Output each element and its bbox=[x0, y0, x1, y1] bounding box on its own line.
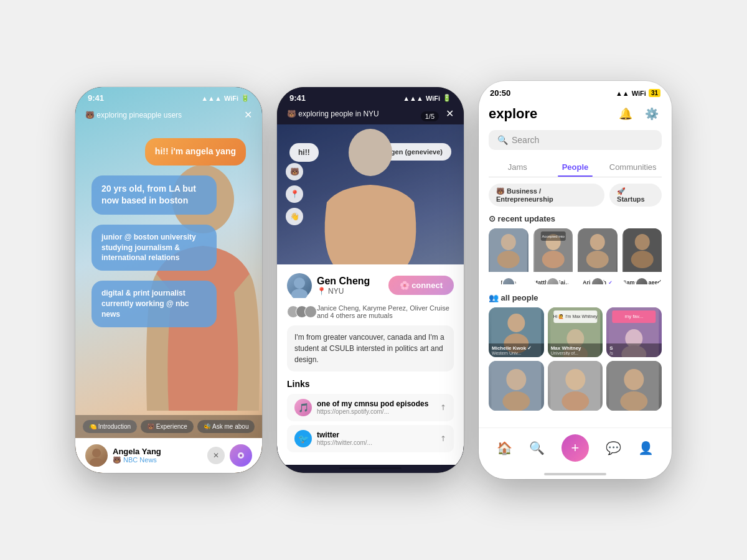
gen-profile-left: Gen Cheng 📍 NYU bbox=[287, 273, 370, 298]
nav-add-button[interactable]: + bbox=[561, 434, 589, 462]
phone2-close-button[interactable]: ✕ bbox=[446, 108, 454, 119]
home-indicator-phone2 bbox=[339, 467, 402, 469]
connect-button[interactable] bbox=[230, 444, 252, 467]
svg-text:Accepted into: Accepted into bbox=[542, 235, 565, 238]
update-card-sameer[interactable]: Sameer Saeed Northeastern bbox=[622, 228, 662, 284]
svg-point-36 bbox=[506, 369, 526, 390]
twitter-icon: 🐦 bbox=[294, 430, 312, 447]
tab-ask[interactable]: 🐝 Ask me abou bbox=[197, 420, 255, 433]
michelle-name: Michelle Kwok ✓ bbox=[492, 345, 541, 351]
phone1-close-button[interactable]: ✕ bbox=[244, 109, 252, 121]
phone2-title: 🐻 exploring people in NYU bbox=[287, 110, 379, 118]
people-card-4[interactable] bbox=[489, 361, 544, 411]
mutuals-row: Janice Cheng, Karyme Perez, Oliver Cruis… bbox=[287, 304, 454, 319]
notification-button[interactable]: 🔔 bbox=[616, 104, 636, 124]
pagination: 1/5 bbox=[421, 111, 439, 121]
video-sidebar-btn1[interactable]: 🐻 bbox=[286, 163, 303, 180]
phone-2: 9:41 ▲▲▲ WiFi 🔋 🐻 exploring people in NY… bbox=[277, 87, 464, 473]
people-card-max[interactable]: Hi 🙋 I'm Max Whitney Max Whitney Univers… bbox=[548, 307, 603, 357]
dismiss-button[interactable]: ✕ bbox=[207, 447, 225, 464]
link-twitter[interactable]: 🐦 twitter https://twitter.com/... ↗ bbox=[287, 425, 454, 452]
svg-point-6 bbox=[294, 278, 305, 289]
tab-introduction[interactable]: 🍋 Introduction bbox=[83, 420, 137, 433]
nav-home-button[interactable]: 🏠 bbox=[497, 441, 512, 455]
tab-people[interactable]: People bbox=[547, 157, 604, 177]
tab-jams[interactable]: Jams bbox=[489, 157, 547, 177]
update-card-pablo[interactable]: Pablo bbox=[489, 228, 529, 284]
people-card-6[interactable] bbox=[606, 361, 662, 411]
status-bar-phone3: 20:50 ▲▲ WiFi 31 bbox=[479, 81, 672, 100]
people-card-michelle[interactable]: Michelle Kwok ✓ Western Univ... bbox=[489, 307, 544, 357]
filter-startups[interactable]: 🚀 Startups bbox=[609, 184, 662, 207]
s-name: S bbox=[609, 345, 659, 351]
status-bar-phone2: 9:41 ▲▲▲ WiFi 🔋 bbox=[277, 87, 464, 105]
link-spotify-text: one of my cmnsu pod episodes https://ope… bbox=[317, 399, 440, 415]
people-card-4-bg bbox=[489, 361, 544, 411]
phone-3: 20:50 ▲▲ WiFi 31 explore 🔔 ⚙️ bbox=[479, 81, 672, 479]
signal-icon: ▲▲▲ bbox=[201, 95, 222, 102]
max-school: University of... bbox=[551, 351, 600, 355]
gen-profile-row: Gen Cheng 📍 NYU 🌸 connect bbox=[287, 273, 454, 298]
phone1-title: 🐻 exploring pineapple users bbox=[85, 111, 182, 119]
gen-name-row: Gen Cheng bbox=[317, 276, 370, 287]
max-name: Max Whitney bbox=[551, 345, 600, 351]
video-sidebar-btn3[interactable]: 👋 bbox=[286, 208, 303, 225]
battery-icon2: 🔋 bbox=[443, 94, 451, 102]
gen-school: 📍 NYU bbox=[317, 287, 370, 296]
nav-explore-button[interactable]: 🔍 bbox=[529, 441, 545, 455]
mutual-avatar-3 bbox=[304, 306, 317, 318]
svg-point-2 bbox=[90, 458, 103, 467]
michelle-school: Western Univ... bbox=[492, 351, 541, 355]
time-phone2: 9:41 bbox=[289, 93, 306, 103]
update-card-ari[interactable]: Ari Dutih ✓ Buildergroop bbox=[578, 228, 618, 284]
people-card-5[interactable] bbox=[548, 361, 603, 411]
mutuals-text: Janice Cheng, Karyme Perez, Oliver Cruis… bbox=[317, 304, 454, 319]
search-icon: 🔍 bbox=[497, 135, 508, 145]
svg-point-5 bbox=[349, 129, 392, 176]
ari-bg bbox=[578, 228, 618, 272]
svg-point-21 bbox=[631, 251, 653, 268]
recent-updates-title: ⊙ recent updates bbox=[489, 214, 662, 223]
pablo-avatar bbox=[502, 277, 515, 284]
search-placeholder: Search bbox=[512, 135, 539, 145]
link-url: https://open.spotify.com/... bbox=[317, 408, 440, 415]
profile-info: Angela Yang 🐻 NBC News bbox=[85, 444, 161, 467]
phone2-header-actions: 1/5 ✕ bbox=[446, 108, 454, 119]
explore-title: explore bbox=[489, 106, 537, 122]
link-spotify[interactable]: 🎵 one of my cmnsu pod episodes https://o… bbox=[287, 394, 454, 421]
bubbles-area: hi!! i'm angela yang 20 yrs old, from LA… bbox=[75, 126, 262, 415]
tab-communities[interactable]: Communities bbox=[604, 157, 662, 177]
links-title: Links bbox=[287, 379, 454, 389]
people-card-s[interactable]: my fav... S /s bbox=[606, 307, 662, 357]
profile-name: Angela Yang bbox=[113, 447, 161, 456]
sameer-avatar bbox=[635, 277, 649, 284]
spotify-icon: 🎵 bbox=[294, 399, 312, 416]
search-bar[interactable]: 🔍 Search bbox=[489, 130, 662, 150]
svg-point-23 bbox=[507, 314, 525, 332]
matthew-avatar bbox=[546, 277, 560, 284]
bubble-age: 20 yrs old, from LA but now based in bos… bbox=[92, 175, 217, 215]
nav-messages-button[interactable]: 💬 bbox=[606, 441, 621, 455]
phone2-info: Gen Cheng 📍 NYU 🌸 connect bbox=[277, 264, 464, 465]
tab-experience[interactable]: 🐻 Experience bbox=[141, 420, 194, 433]
svg-point-9 bbox=[501, 234, 516, 250]
video-sidebar-btn2[interactable]: 📍 bbox=[286, 185, 303, 203]
svg-text:my fav...: my fav... bbox=[625, 314, 644, 319]
filter-business[interactable]: 🐻 Business / Entrepreneurship bbox=[489, 184, 604, 207]
link-twitter-name: twitter bbox=[317, 431, 440, 439]
s-overlay: S /s bbox=[606, 343, 662, 357]
link-twitter-text: twitter https://twitter.com/... bbox=[317, 431, 440, 446]
update-card-matthew[interactable]: Accepted into Matthew Fairb... Columbia bbox=[533, 228, 573, 284]
settings-button[interactable]: ⚙️ bbox=[642, 104, 662, 124]
video-sidebar: 🐻 📍 👋 bbox=[286, 163, 303, 225]
phones-container: 9:41 ▲▲▲ WiFi 🔋 🐻 exploring pineapple us… bbox=[0, 56, 747, 504]
svg-point-43 bbox=[621, 391, 648, 411]
explore-header: explore 🔔 ⚙️ 🔍 Search Jams bbox=[479, 100, 672, 184]
connect-button-gen[interactable]: 🌸 connect bbox=[388, 276, 454, 295]
max-bg: Hi 🙋 I'm Max Whitney Max Whitney Univers… bbox=[548, 307, 603, 357]
svg-point-39 bbox=[565, 369, 585, 390]
explore-icons: 🔔 ⚙️ bbox=[616, 104, 662, 124]
nav-profile-button[interactable]: 👤 bbox=[638, 441, 654, 455]
matthew-bg: Accepted into bbox=[533, 228, 573, 272]
status-icons-phone2: ▲▲▲ WiFi 🔋 bbox=[403, 94, 451, 102]
